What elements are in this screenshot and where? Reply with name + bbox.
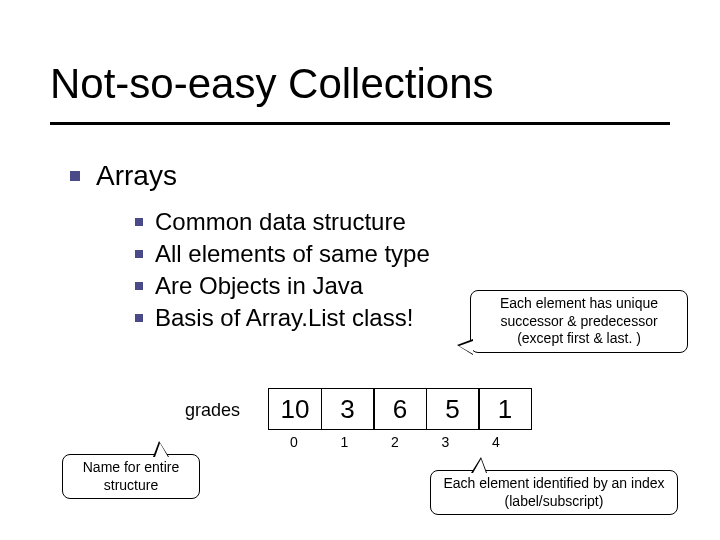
square-bullet-icon [135,250,143,258]
callout-text: Each element has unique successor & pred… [500,295,658,346]
sub-bullet: Are Objects in Java [135,272,363,300]
bullet-text: Common data structure [155,208,406,236]
array-cell: 1 [478,388,532,430]
callout-tail-icon [457,339,473,355]
array-index: 1 [319,432,371,450]
sub-bullet: All elements of same type [135,240,430,268]
square-bullet-icon [70,171,80,181]
sub-bullet: Common data structure [135,208,406,236]
callout-text: Each element identified by an index (lab… [443,475,664,509]
square-bullet-icon [135,282,143,290]
sub-bullet: Basis of Array.List class! [135,304,413,332]
callout-index: Each element identified by an index (lab… [430,470,678,515]
bullet-text: Are Objects in Java [155,272,363,300]
square-bullet-icon [135,218,143,226]
array-cells: 10 3 6 5 1 [268,388,532,430]
section-bullet: Arrays [70,160,177,192]
slide-title: Not-so-easy Collections [50,60,494,108]
bullet-text: Basis of Array.List class! [155,304,413,332]
array-index: 0 [268,432,320,450]
section-label: Arrays [96,160,177,192]
array-index: 2 [369,432,421,450]
array-indices: 0 1 2 3 4 [268,432,522,450]
array-index: 4 [470,432,522,450]
callout-name-structure: Name for entire structure [62,454,200,499]
array-index: 3 [420,432,472,450]
callout-text: Name for entire structure [83,459,179,493]
array-cell: 10 [268,388,322,430]
array-cell: 6 [373,388,427,430]
array-cell: 5 [426,388,480,430]
array-name-label: grades [185,400,240,421]
callout-unique-successor: Each element has unique successor & pred… [470,290,688,353]
callout-tail-icon [153,441,169,457]
array-cell: 3 [321,388,375,430]
callout-tail-icon [471,457,487,473]
bullet-text: All elements of same type [155,240,430,268]
title-underline [50,122,670,125]
square-bullet-icon [135,314,143,322]
